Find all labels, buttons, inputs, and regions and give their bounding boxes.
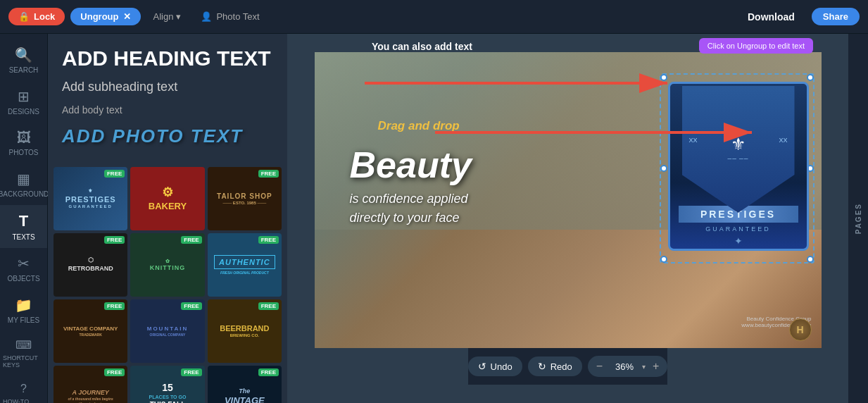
align-button[interactable]: Align ▾ (146, 8, 189, 25)
sidebar-label-background: BACKGROUND (0, 190, 49, 198)
howto-icon: ? (20, 383, 27, 395)
zoom-out-button[interactable]: − (592, 359, 607, 374)
text-panel-header: ADD HEADING TEXT Add subheading text Add… (48, 34, 287, 164)
shield-shape: XX XX ⚜ ── ── (682, 86, 795, 213)
redo-icon: ↻ (538, 361, 546, 372)
ungroup-button[interactable]: Ungroup ✕ (70, 8, 140, 25)
template-tailorshop[interactable]: FREE TAILOR SHOP ─── ESTO. 1985 ─── (208, 167, 282, 230)
sidebar-item-myfiles[interactable]: 📁 MY FILES (0, 290, 47, 331)
xx-left: XX (689, 137, 698, 144)
undo-icon: ↺ (478, 361, 486, 372)
sidebar-label-texts: TEXTS (12, 233, 34, 241)
template-prestiges[interactable]: FREE ⚜ PRESTIGES GUARANTEED (54, 167, 127, 230)
free-badge: FREE (181, 236, 201, 244)
template-grid: FREE ⚜ PRESTIGES GUARANTEED ⚙ BAKERY FRE… (48, 164, 287, 403)
search-icon: 🔍 (15, 46, 32, 63)
canvas-area: You can also add text Click on Ungroup t… (287, 34, 848, 403)
align-chevron-icon: ▾ (176, 11, 181, 22)
template-label: AUTHENTIC FRESH ORIGINAL PRODUCT (211, 252, 278, 278)
template-vintage2[interactable]: FREE The VINTAGE (208, 366, 282, 403)
lock-button[interactable]: 🔒 Lock (8, 8, 65, 25)
photos-icon: 🖼 (17, 130, 31, 146)
template-journey[interactable]: FREE A JOURNEY of a thousand miles begin… (54, 366, 127, 403)
ungroup-icon: ✕ (123, 11, 131, 22)
sidebar-label-myfiles: MY FILES (8, 316, 39, 324)
sidebar-label-designs: DESIGNS (8, 108, 39, 116)
template-retrobrand[interactable]: FREE ⬡ RETROBRAND (54, 233, 127, 297)
pages-panel: PAGES (848, 34, 868, 403)
template-label: VINTAGE COMPANY TRADEMARK (61, 323, 120, 340)
template-label: 15 PLACES TO GO THIS FALL Start travelin… (146, 378, 189, 403)
template-mountain[interactable]: FREE MOUNTAIN ORIGINAL COMPANY (130, 299, 204, 363)
text-panel: ADD HEADING TEXT Add subheading text Add… (48, 34, 287, 403)
drag-drop-label: Drag and drop (378, 119, 460, 133)
template-label: ⚜ PRESTIGES GUARANTEED (63, 185, 119, 212)
sidebar-label-photos: PHOTOS (8, 149, 38, 156)
redo-label: Redo (551, 361, 572, 372)
template-label: TAILOR SHOP ─── ESTO. 1985 ─── (214, 189, 275, 209)
zoom-in-button[interactable]: + (648, 359, 663, 374)
ungroup-label: Ungroup (80, 11, 118, 22)
initial-badge: H (789, 318, 812, 341)
sidebar-label-search: SEARCH (9, 66, 39, 74)
texts-icon: T (19, 212, 28, 230)
sidebar-item-photos[interactable]: 🖼 PHOTOS (0, 123, 47, 163)
zoom-chevron-icon: ▾ (642, 363, 646, 371)
undo-button[interactable]: ↺ Undo (468, 356, 522, 376)
template-label: BEERBRAND BREWING CO. (217, 321, 272, 342)
free-badge: FREE (258, 368, 279, 376)
handle-tl[interactable] (660, 74, 667, 81)
sidebar-item-texts[interactable]: T TEXTS (0, 205, 47, 248)
template-authentic[interactable]: FREE AUTHENTIC FRESH ORIGINAL PRODUCT (208, 233, 282, 297)
handle-tr[interactable] (807, 74, 814, 81)
template-knitting[interactable]: FREE ✿ KNITTING (130, 233, 204, 297)
free-badge: FREE (258, 302, 279, 310)
handle-br[interactable] (807, 256, 814, 263)
sidebar-label-objects: OBJECTS (7, 275, 39, 283)
free-badge: FREE (258, 170, 279, 178)
align-label: Align (153, 11, 174, 22)
template-bakery[interactable]: ⚙ BAKERY (130, 167, 204, 230)
designs-icon: ⊞ (18, 88, 30, 105)
template-vintageco[interactable]: FREE VINTAGE COMPANY TRADEMARK (54, 299, 127, 363)
prestiges-badge[interactable]: XX XX ⚜ ── ── PRESTIGES GUARANTEED ✦ (660, 73, 814, 264)
background-icon: ▦ (17, 170, 30, 187)
sidebar-item-objects[interactable]: ✂ OBJECTS (0, 248, 47, 290)
template-label: ✿ KNITTING (147, 255, 189, 275)
template-label: ⬡ RETROBRAND (65, 254, 116, 275)
photo-text-button[interactable]: 👤 Photo Text (194, 8, 266, 25)
download-button[interactable]: Download (736, 8, 806, 26)
handle-ml[interactable] (660, 165, 667, 172)
beauty-text[interactable]: Beauty (350, 144, 472, 186)
add-heading-text[interactable]: ADD HEADING TEXT (62, 46, 273, 70)
sidebar-item-designs[interactable]: ⊞ DESIGNS (0, 81, 47, 123)
toolbar: 🔒 Lock Ungroup ✕ Align ▾ 👤 Photo Text Do… (0, 0, 868, 34)
sidebar-item-search[interactable]: 🔍 SEARCH (0, 39, 47, 81)
undo-label: Undo (491, 361, 512, 372)
add-photo-text[interactable]: ADD PHOTO TEXT (62, 125, 273, 147)
sidebar-item-shortcut[interactable]: ⌨ SHORTCUT KEYS (0, 331, 47, 376)
redo-button[interactable]: ↻ Redo (528, 356, 582, 376)
free-badge: FREE (104, 170, 125, 178)
subtitle-line1: is confidence applied (350, 190, 468, 209)
sidebar: 🔍 SEARCH ⊞ DESIGNS 🖼 PHOTOS ▦ BACKGROUND… (0, 34, 48, 403)
subtitle-line2: directly to your face (350, 209, 468, 228)
lock-label: Lock (34, 11, 55, 22)
free-badge: FREE (181, 302, 201, 310)
template-label: ⚙ BAKERY (146, 182, 189, 216)
beauty-subtitle: is confidence applied directly to your f… (350, 190, 468, 228)
pages-label: PAGES (855, 203, 862, 234)
sidebar-item-howto[interactable]: ? HOW-TO GUIDE (0, 376, 47, 403)
free-badge: FREE (181, 368, 201, 376)
handle-bl[interactable] (660, 256, 667, 263)
lock-icon: 🔒 (18, 11, 30, 22)
sidebar-item-background[interactable]: ▦ BACKGROUND (0, 163, 47, 205)
zoom-value: 36% (610, 360, 639, 373)
add-body-text[interactable]: Add body text (62, 104, 273, 116)
template-beerbrand[interactable]: FREE BEERBRAND BREWING CO. (208, 299, 282, 363)
share-button[interactable]: Share (812, 8, 860, 25)
person-icon: 👤 (201, 11, 212, 22)
add-subheading-text[interactable]: Add subheading text (62, 80, 273, 94)
template-places[interactable]: FREE 15 PLACES TO GO THIS FALL Start tra… (130, 366, 204, 403)
free-badge: FREE (104, 368, 125, 376)
